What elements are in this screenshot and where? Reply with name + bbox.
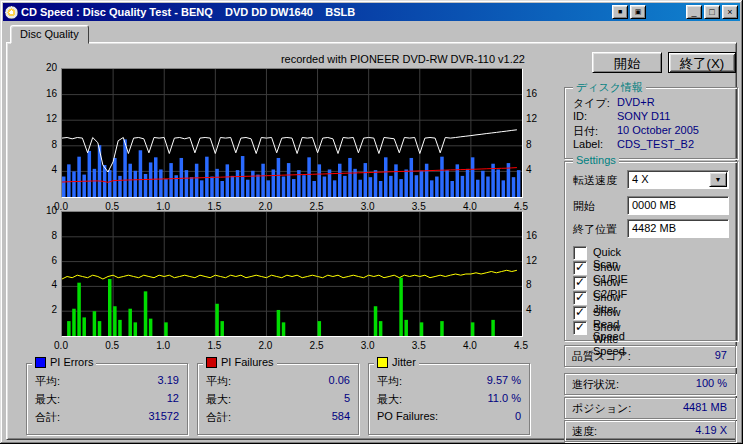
legend-value: 584: [332, 410, 350, 422]
maximize-button[interactable]: □: [704, 5, 720, 19]
checkbox-box[interactable]: [573, 246, 587, 260]
end-pos-label: 終了位置: [573, 222, 617, 237]
axis-tick-label: 3.5: [407, 340, 431, 351]
axis-tick-label: 4: [526, 304, 550, 315]
disc-info-value: 10 October 2005: [617, 124, 699, 136]
end-pos-value: 4482 MB: [632, 222, 676, 234]
end-pos-field[interactable]: 4482 MB: [627, 219, 729, 238]
checkbox-box[interactable]: ✓: [573, 276, 587, 290]
close-icon: ×: [727, 7, 732, 17]
close-button[interactable]: ×: [722, 5, 738, 19]
legend-jitter: Jitter 平均:9.57 % 最大:11.0 % PO Failures:0: [368, 363, 530, 435]
axis-tick-label: 12: [526, 113, 550, 124]
axis-tick-label: 16: [526, 230, 550, 241]
pi-failures-chart-plot: [61, 211, 523, 337]
checkbox-box[interactable]: ✓: [573, 261, 587, 275]
check-icon: ✓: [575, 305, 585, 319]
quality-score-row: 品質スコア: 97: [564, 345, 736, 367]
checkbox-box[interactable]: ✓: [573, 291, 587, 305]
disc-info-title: ディスク情報: [573, 80, 646, 95]
disc-info-value: DVD+R: [617, 96, 655, 108]
legend-value: 0: [515, 410, 521, 422]
disc-info-label: Label:: [573, 138, 603, 150]
dropdown-arrow-icon: ▼: [715, 176, 722, 183]
quality-score-label: 品質スコア:: [572, 349, 631, 364]
disc-info-label: 日付:: [573, 124, 598, 139]
legend-title-text: Jitter: [392, 356, 416, 368]
axis-tick-label: 8: [33, 230, 57, 241]
axis-tick-label: 8: [33, 139, 57, 150]
titlebar-extra-button-2[interactable]: ▣: [630, 5, 646, 19]
position-row: ポジション: 4481 MB: [564, 397, 736, 419]
axis-tick-label: 4: [33, 164, 57, 175]
legend-title: PI Failures: [203, 356, 277, 368]
check-icon: ✓: [575, 290, 585, 304]
pi-errors-chart-plot: [61, 68, 523, 198]
axis-tick-label: 1.5: [202, 340, 226, 351]
legend-label: 平均:: [35, 374, 60, 389]
legend-label: 合計:: [206, 410, 231, 425]
recorded-note: recorded with PIONEER DVD-RW DVR-110 v1.…: [207, 53, 525, 65]
progress-label: 進行状況:: [572, 377, 619, 392]
axis-tick-label: 4.5: [509, 340, 533, 351]
axis-tick-label: 16: [33, 88, 57, 99]
legend-label: 平均:: [377, 374, 402, 389]
axis-tick-label: 4: [526, 164, 550, 175]
check-icon: ✓: [575, 275, 585, 289]
axis-tick-label: 0.0: [49, 340, 73, 351]
start-pos-field[interactable]: 0000 MB: [627, 196, 729, 215]
legend-label: 平均:: [206, 374, 231, 389]
progress-row: 進行状況: 100 %: [564, 373, 736, 395]
axis-tick-label: 20: [33, 62, 57, 73]
window-title: CD Speed : Disc Quality Test - BENQ DVD …: [21, 6, 610, 18]
start-pos-label: 開始: [573, 199, 595, 214]
start-button[interactable]: 開始: [592, 52, 662, 73]
speed-row-label: 速度:: [572, 424, 597, 439]
start-pos-value: 0000 MB: [632, 199, 676, 211]
pixel-icon: ▣: [635, 7, 642, 17]
tab-disc-quality[interactable]: Disc Quality: [10, 25, 89, 44]
speed-row: 速度: 4.19 X: [564, 420, 736, 442]
legend-value: 31572: [148, 410, 179, 422]
legend-label: 合計:: [35, 410, 60, 425]
minimize-button[interactable]: _: [686, 5, 702, 19]
disc-info-value: SONY D11: [617, 110, 670, 122]
legend-label: PO Failures:: [377, 410, 438, 422]
exit-button[interactable]: 終了(X): [668, 52, 736, 73]
disc-info-label: タイプ:: [573, 96, 610, 111]
axis-tick-label: 2.5: [305, 340, 329, 351]
legend-value: 3.19: [158, 374, 179, 386]
axis-tick-label: 8: [526, 279, 550, 290]
speed-select[interactable]: 4 X ▼: [627, 170, 729, 189]
legend-value: 11.0 %: [488, 392, 521, 404]
axis-tick-label: 3.0: [356, 340, 380, 351]
legend-label: 最大:: [377, 392, 402, 407]
axis-tick-label: 1.0: [151, 340, 175, 351]
legend-pi-errors: PI Errors 平均:3.19 最大:12 合計:31572: [26, 363, 188, 435]
pixel-icon: ■: [618, 7, 622, 17]
speed-row-value: 4.19 X: [695, 424, 727, 436]
axis-tick-label: 12: [33, 113, 57, 124]
speed-label: 転送速度: [573, 173, 617, 188]
titlebar-extra-button-1[interactable]: ■: [612, 5, 628, 19]
legend-color-0: [35, 357, 46, 368]
legend-color-2: [377, 357, 388, 368]
legend-pi-failures: PI Failures 平均:0.06 最大:5 合計:584: [197, 363, 359, 435]
checkbox-box[interactable]: ✓: [573, 321, 587, 335]
checkbox-box[interactable]: ✓: [573, 306, 587, 320]
speed-dropdown-button[interactable]: ▼: [709, 172, 727, 187]
legend-label: 最大:: [35, 392, 60, 407]
quality-score-value: 97: [715, 349, 727, 361]
titlebar[interactable]: CD Speed : Disc Quality Test - BENQ DVD …: [3, 3, 740, 21]
settings-group: Settings 転送速度 4 X ▼ 開始 0000 MB 終了位置 4482…: [564, 161, 738, 341]
axis-tick-label: 6: [33, 255, 57, 266]
maximize-icon: □: [709, 7, 714, 17]
axis-tick-label: 8: [526, 139, 550, 150]
axis-tick-label: 4.0: [458, 340, 482, 351]
position-value: 4481 MB: [683, 401, 727, 413]
legend-title: Jitter: [374, 356, 419, 368]
check-icon: ✓: [575, 320, 585, 334]
legend-value: 12: [167, 392, 179, 404]
legend-value: 5: [344, 392, 350, 404]
axis-tick-label: 4: [33, 279, 57, 290]
